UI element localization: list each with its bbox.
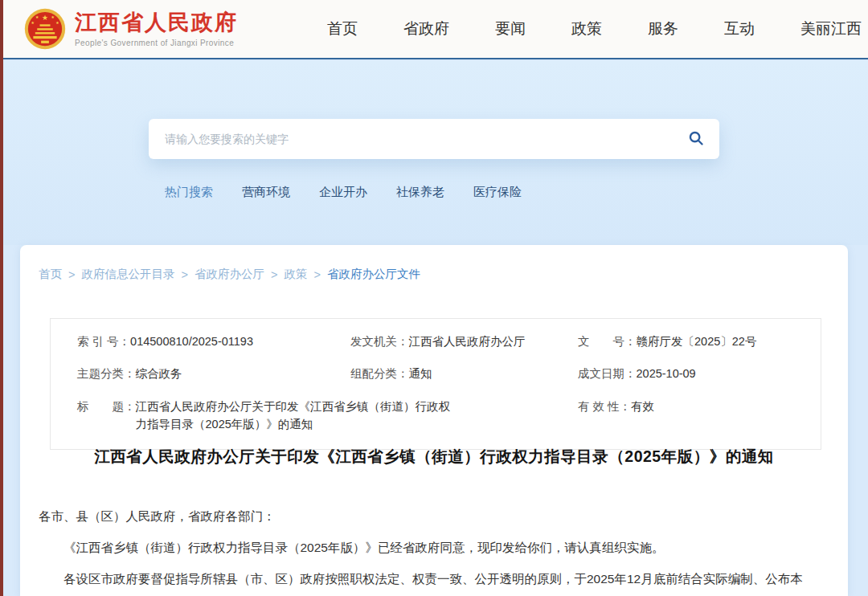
meta-issue-date: 成文日期： 2025-10-09: [551, 357, 821, 390]
article-title: 江西省人民政府办公厅关于印发《江西省乡镇（街道）行政权力指导目录（2025年版）…: [20, 446, 848, 467]
search-icon: [687, 129, 705, 149]
meta-issuing-agency: 发文机关： 江西省人民政府办公厅: [324, 325, 551, 357]
hot-search-row: 热门搜索 营商环境 企业开办 社保养老 医疗保险: [165, 185, 522, 200]
article-paragraph: 各市、县（区）人民政府，省政府各部门：: [39, 507, 834, 526]
breadcrumb: 首页 > 政府信息公开目录 > 省政府办公厅 > 政策 > 省政府办公厅文件: [39, 267, 420, 282]
national-emblem-icon: ★ ★ ★ ★ ★: [24, 8, 66, 50]
nav-interaction[interactable]: 互动: [724, 18, 755, 39]
search-box: [149, 119, 719, 159]
site-title: 江西省人民政府: [75, 10, 238, 35]
search-button[interactable]: [673, 119, 719, 159]
main-nav: 首页 省政府 要闻 政策 服务 互动 美丽江西: [327, 0, 862, 58]
breadcrumb-gov-info-catalog[interactable]: 政府信息公开目录: [81, 267, 174, 282]
site-subtitle: People's Government of Jiangxi Province: [75, 39, 238, 47]
meta-validity: 有 效 性： 有效: [551, 390, 821, 441]
hot-search-social-security[interactable]: 社保养老: [396, 185, 444, 200]
svg-text:★: ★: [35, 15, 39, 19]
breadcrumb-separator: >: [313, 268, 320, 281]
svg-text:★: ★: [42, 14, 48, 22]
meta-index-number: 索 引 号： 014500810/2025-01193: [51, 325, 324, 357]
article-paragraph: 《江西省乡镇（街道）行政权力指导目录（2025年版）》已经省政府同意，现印发给你…: [39, 538, 834, 557]
nav-policy[interactable]: 政策: [571, 18, 602, 39]
site-header: ★ ★ ★ ★ ★ 江西省人民政府 People's Government of…: [0, 0, 868, 59]
breadcrumb-general-office[interactable]: 省政府办公厅: [194, 267, 264, 282]
article-body: 各市、县（区）人民政府，省政府各部门： 《江西省乡镇（街道）行政权力指导目录（2…: [39, 507, 834, 596]
content-card: 首页 > 政府信息公开目录 > 省政府办公厅 > 政策 > 省政府办公厅文件 索…: [20, 245, 848, 596]
page-left-red-strip: [0, 0, 3, 596]
nav-news[interactable]: 要闻: [495, 18, 526, 39]
meta-topic-category: 主题分类： 综合政务: [51, 357, 324, 390]
svg-text:★: ★: [55, 21, 59, 25]
meta-title: 标 题： 江西省人民政府办公厅关于印发《江西省乡镇（街道）行政权力指导目录（20…: [51, 390, 551, 441]
nav-beautiful-jiangxi[interactable]: 美丽江西: [800, 18, 862, 39]
meta-document-number: 文 号： 赣府厅发〔2025〕22号: [551, 325, 821, 357]
breadcrumb-separator: >: [181, 268, 187, 281]
article-paragraph: 各设区市政府要督促指导所辖县（市、区）政府按照职权法定、权责一致、公开透明的原则…: [39, 569, 834, 589]
breadcrumb-policy[interactable]: 政策: [284, 267, 307, 282]
nav-services[interactable]: 服务: [648, 18, 678, 39]
breadcrumb-home[interactable]: 首页: [39, 267, 62, 282]
site-logo[interactable]: ★ ★ ★ ★ ★ 江西省人民政府 People's Government of…: [24, 8, 238, 50]
hot-search-medical-insurance[interactable]: 医疗保险: [473, 185, 522, 200]
hot-search-company-registration[interactable]: 企业开办: [319, 185, 367, 200]
hot-search-label: 热门搜索: [165, 185, 213, 200]
hot-search-business-environment[interactable]: 营商环境: [242, 185, 290, 200]
svg-text:★: ★: [51, 15, 55, 19]
search-input[interactable]: [149, 119, 673, 159]
meta-group-category: 组配分类： 通知: [324, 357, 551, 390]
nav-provincial-government[interactable]: 省政府: [403, 18, 449, 39]
search-banner: 热门搜索 营商环境 企业开办 社保养老 医疗保险: [0, 61, 868, 245]
svg-text:★: ★: [31, 21, 35, 25]
nav-home[interactable]: 首页: [327, 18, 358, 39]
breadcrumb-current: 省政府办公厅文件: [327, 267, 420, 282]
breadcrumb-separator: >: [271, 268, 277, 281]
document-meta-table: 索 引 号： 014500810/2025-01193 发文机关： 江西省人民政…: [50, 318, 821, 450]
breadcrumb-separator: >: [68, 268, 75, 281]
